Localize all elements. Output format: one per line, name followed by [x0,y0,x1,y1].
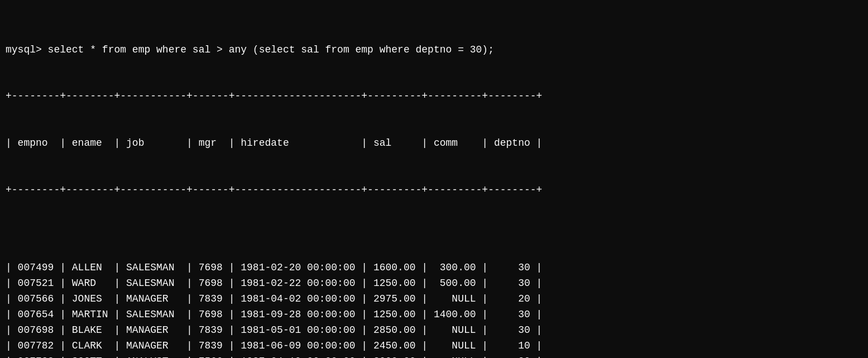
table-row: | 007566 | JONES | MANAGER | 7839 | 1981… [6,292,862,307]
table-rows: | 007499 | ALLEN | SALESMAN | 7698 | 198… [6,229,862,358]
table-row: | 007654 | MARTIN | SALESMAN | 7698 | 19… [6,307,862,323]
table-row: | 007698 | BLAKE | MANAGER | 7839 | 1981… [6,323,862,338]
table-row: | 007521 | WARD | SALESMAN | 7698 | 1981… [6,276,862,292]
table-row: | 007499 | ALLEN | SALESMAN | 7698 | 198… [6,260,862,276]
separator-header: +--------+--------+-----------+------+--… [6,183,862,198]
separator-top: +--------+--------+-----------+------+--… [6,89,862,104]
table-row: | 007782 | CLARK | MANAGER | 7839 | 1981… [6,338,862,354]
table-row: | 007788 | SCOTT | ANALYST | 7566 | 1987… [6,354,862,358]
sql-command: mysql> select * from emp where sal > any… [6,42,862,58]
table-header: | empno | ename | job | mgr | hiredate |… [6,136,862,151]
terminal-output: mysql> select * from emp where sal > any… [6,11,862,358]
